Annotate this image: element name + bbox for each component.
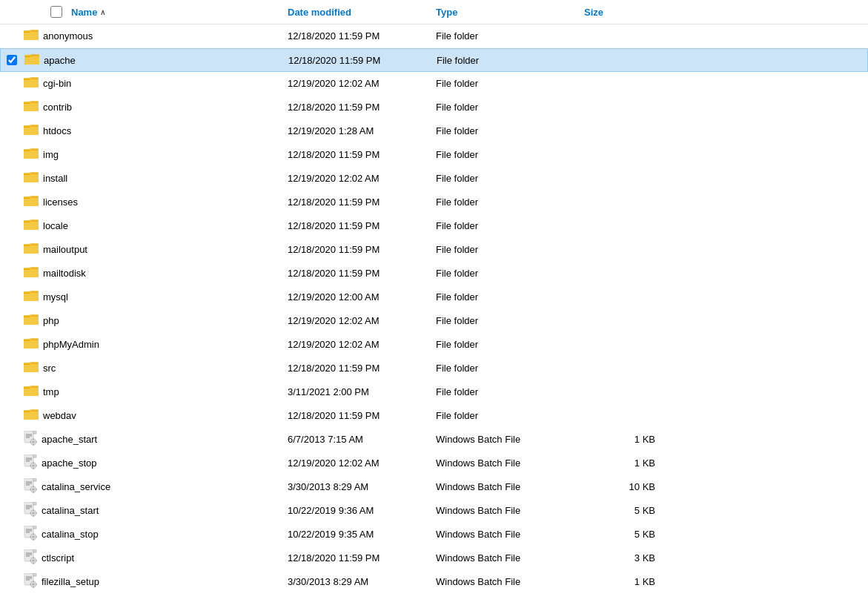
table-row[interactable]: apache_stop 12/19/2020 12:02 AM Windows … — [0, 452, 868, 475]
svg-point-118 — [32, 559, 35, 562]
file-name: locale — [43, 220, 68, 231]
file-name: phpMyAdmin — [43, 339, 99, 350]
col-size[interactable]: Size — [578, 3, 667, 21]
folder-icon — [24, 361, 39, 375]
file-type: File folder — [430, 410, 578, 421]
svg-rect-16 — [24, 151, 39, 159]
batch-file-icon — [24, 573, 37, 590]
svg-rect-31 — [24, 269, 39, 277]
file-type: File folder — [430, 173, 578, 184]
name-cell: apache_stop — [0, 455, 282, 472]
svg-rect-1 — [24, 32, 39, 40]
file-name: apache_start — [42, 434, 97, 445]
batch-file-icon — [24, 431, 37, 448]
batch-file-icon — [24, 455, 37, 472]
file-type: File folder — [430, 30, 578, 42]
name-cell: htdocs — [0, 124, 282, 138]
table-row[interactable]: php 12/19/2020 12:02 AM File folder — [0, 309, 868, 333]
name-cell: mailtodisk — [0, 266, 282, 280]
table-row[interactable]: webdav 12/18/2020 11:59 PM File folder — [0, 404, 868, 428]
file-type: File folder — [430, 78, 578, 89]
folder-icon — [24, 266, 39, 280]
file-name: catalina_service — [42, 481, 110, 492]
table-row[interactable]: mailtodisk 12/18/2020 11:59 PM File fold… — [0, 262, 868, 285]
date-modified: 3/30/2013 8:29 AM — [282, 576, 430, 587]
table-row[interactable]: mailoutput 12/18/2020 11:59 PM File fold… — [0, 238, 868, 262]
date-modified: 12/19/2020 12:02 AM — [282, 315, 430, 326]
table-row[interactable]: src 12/18/2020 11:59 PM File folder — [0, 357, 868, 380]
file-type: File folder — [430, 315, 578, 326]
name-cell: phpMyAdmin — [0, 337, 282, 351]
svg-rect-43 — [24, 364, 39, 372]
col-type[interactable]: Type — [430, 3, 578, 21]
svg-point-94 — [32, 512, 35, 515]
name-cell: mysql — [0, 290, 282, 304]
file-name: htdocs — [43, 125, 71, 136]
svg-point-70 — [32, 464, 35, 467]
name-cell: catalina_service — [0, 478, 282, 495]
file-name: mysql — [43, 291, 68, 303]
batch-file-icon — [24, 478, 37, 495]
table-row[interactable]: mysql 12/19/2020 12:00 AM File folder — [0, 285, 868, 309]
svg-rect-89 — [33, 502, 36, 505]
table-row[interactable]: catalina_stop 10/22/2019 9:35 AM Windows… — [0, 523, 868, 546]
table-row[interactable]: phpMyAdmin 12/19/2020 12:02 AM File fold… — [0, 333, 868, 357]
date-modified: 10/22/2019 9:36 AM — [282, 505, 430, 516]
table-row[interactable]: contrib 12/18/2020 11:59 PM File folder — [0, 96, 868, 119]
name-cell: apache — [1, 53, 282, 67]
folder-icon — [24, 53, 39, 67]
file-name: anonymous — [43, 30, 93, 42]
sort-arrow-icon: ∧ — [100, 8, 105, 16]
table-row[interactable]: apache_start 6/7/2013 7:15 AM Windows Ba… — [0, 428, 868, 452]
file-name: install — [43, 173, 67, 184]
date-modified: 12/18/2020 11:59 PM — [282, 149, 430, 160]
table-row[interactable]: catalina_start 10/22/2019 9:36 AM Window… — [0, 499, 868, 523]
file-type: File folder — [430, 363, 578, 374]
file-type: Windows Batch File — [430, 481, 578, 492]
table-row[interactable]: licenses 12/18/2020 11:59 PM File folder — [0, 191, 868, 214]
table-row[interactable]: img 12/18/2020 11:59 PM File folder — [0, 143, 868, 167]
file-size: 5 KB — [578, 529, 667, 540]
select-all-checkbox[interactable] — [50, 6, 62, 18]
name-cell: locale — [0, 219, 282, 233]
table-row[interactable]: ctlscript 12/18/2020 11:59 PM Windows Ba… — [0, 546, 868, 570]
row-checkbox[interactable] — [7, 55, 17, 65]
svg-rect-4 — [24, 56, 39, 65]
date-modified: 12/18/2020 11:59 PM — [282, 410, 430, 421]
file-type: File folder — [430, 244, 578, 255]
file-name: catalina_start — [42, 505, 99, 516]
date-modified: 12/18/2020 11:59 PM — [282, 55, 431, 66]
table-row[interactable]: catalina_service 3/30/2013 8:29 AM Windo… — [0, 475, 868, 499]
file-name: filezilla_setup — [42, 576, 99, 587]
file-type: File folder — [430, 125, 578, 136]
table-row[interactable]: htdocs 12/19/2020 1:28 AM File folder — [0, 119, 868, 143]
date-modified: 10/22/2019 9:35 AM — [282, 529, 430, 540]
file-name: mailtodisk — [43, 268, 86, 279]
col-name-label: Name — [71, 7, 97, 18]
batch-file-icon — [24, 549, 37, 566]
col-date[interactable]: Date modified — [282, 3, 430, 21]
file-list: anonymous 12/18/2020 11:59 PM File folde… — [0, 24, 868, 594]
table-row[interactable]: filezilla_setup 3/30/2013 8:29 AM Window… — [0, 570, 868, 594]
file-size: 1 KB — [578, 576, 667, 587]
name-cell: install — [0, 171, 282, 185]
table-row[interactable]: apache 12/18/2020 11:59 PM File folder — [0, 48, 868, 72]
table-row[interactable]: anonymous 12/18/2020 11:59 PM File folde… — [0, 24, 868, 48]
file-type: File folder — [430, 291, 578, 303]
svg-rect-125 — [33, 573, 36, 576]
file-size: 1 KB — [578, 434, 667, 445]
table-row[interactable]: install 12/19/2020 12:02 AM File folder — [0, 167, 868, 191]
col-name[interactable]: Name ∧ — [0, 3, 282, 21]
table-row[interactable]: cgi-bin 12/19/2020 12:02 AM File folder — [0, 72, 868, 96]
name-cell: php — [0, 314, 282, 328]
file-type: File folder — [430, 149, 578, 160]
name-cell: webdav — [0, 409, 282, 423]
batch-file-icon — [24, 526, 37, 543]
svg-rect-19 — [24, 174, 39, 182]
table-row[interactable]: tmp 3/11/2021 2:00 PM File folder — [0, 380, 868, 404]
table-row[interactable]: locale 12/18/2020 11:59 PM File folder — [0, 214, 868, 238]
file-name: catalina_stop — [42, 529, 99, 540]
name-cell: licenses — [0, 195, 282, 209]
svg-point-58 — [32, 440, 35, 443]
date-modified: 12/19/2020 12:02 AM — [282, 457, 430, 469]
